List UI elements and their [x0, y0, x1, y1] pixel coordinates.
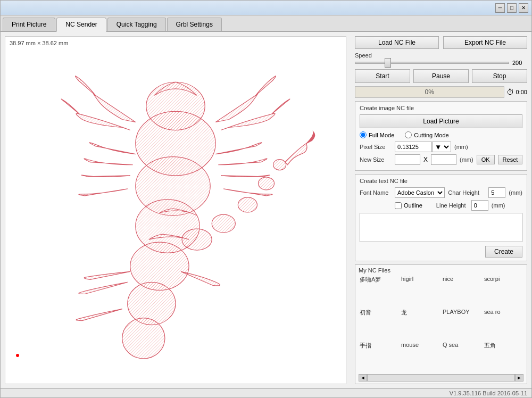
speed-slider[interactable] — [355, 62, 509, 64]
list-item[interactable]: PLAYBOY — [442, 308, 482, 340]
new-size-unit: (mm) — [460, 156, 473, 163]
pixel-size-input[interactable] — [395, 142, 432, 152]
load-picture-button[interactable]: Load Picture — [360, 114, 522, 128]
title-bar-controls: ─ □ ✕ — [495, 3, 528, 13]
main-content: 38.97 mm × 38.62 mm — [1, 32, 531, 388]
new-size-label: New Size — [360, 156, 392, 163]
progress-text: 0% — [425, 88, 434, 96]
control-buttons-row: Start Pause Stop — [355, 69, 527, 83]
svg-point-6 — [212, 214, 235, 233]
outline-row: Outline Line Height (mm) — [360, 200, 522, 211]
canvas-area: 38.97 mm × 38.62 mm — [5, 36, 346, 384]
stop-button[interactable]: Stop — [472, 69, 527, 83]
outline-checkbox[interactable] — [395, 202, 402, 209]
timer-icon: ⏱ — [506, 88, 514, 96]
list-item[interactable]: 龙 — [400, 308, 440, 340]
list-item[interactable]: 手指 — [359, 341, 399, 373]
position-indicator — [16, 354, 19, 357]
font-name-select[interactable]: Adobe Caslon — [395, 187, 445, 198]
new-size-row: New Size X (mm) OK Reset — [360, 154, 522, 165]
font-name-label: Font Name — [360, 189, 392, 196]
mode-radio-row: Full Mode Cutting Mode — [360, 131, 522, 138]
outline-label[interactable]: Outline — [395, 202, 422, 209]
char-height-label: Char Height — [448, 189, 485, 196]
create-image-nc-section: Create image NC file Load Picture Full M… — [355, 101, 527, 171]
tab-nc-sender[interactable]: NC Sender — [56, 18, 106, 32]
version-text: V1.9.35.116 Build 2016-05-11 — [450, 390, 527, 396]
cutting-mode-text: Cutting Mode — [414, 132, 448, 138]
tab-bar: Print Picture NC Sender Quick Tagging Gr… — [1, 15, 531, 32]
cutting-mode-radio[interactable] — [405, 131, 412, 138]
pixel-size-dropdown[interactable]: ▼ — [432, 142, 451, 152]
nc-files-title: My NC Files — [359, 267, 523, 273]
load-nc-file-button[interactable]: Load NC File — [355, 36, 439, 49]
start-button[interactable]: Start — [355, 69, 410, 83]
svg-point-10 — [130, 242, 189, 290]
svg-point-11 — [128, 282, 176, 325]
list-item[interactable]: scorpi — [483, 275, 523, 307]
nc-files-grid: 多啪A梦 higirl nice scorpi 初音 龙 PLAYBOY sea… — [359, 275, 523, 373]
text-nc-textarea[interactable] — [360, 213, 522, 242]
status-bar: V1.9.35.116 Build 2016-05-11 — [1, 388, 531, 397]
full-mode-radio[interactable] — [360, 131, 367, 138]
tab-print-picture[interactable]: Print Picture — [3, 18, 55, 31]
progress-row: 0% ⏱ 0:00 — [355, 86, 527, 98]
scrollbar-row: ◄ ► — [359, 374, 523, 382]
close-button[interactable]: ✕ — [519, 3, 528, 13]
speed-row: 200 — [355, 60, 527, 66]
scrollbar-track[interactable] — [367, 374, 515, 382]
create-image-nc-title: Create image NC file — [360, 105, 522, 111]
svg-point-5 — [182, 229, 212, 250]
pixel-size-row: Pixel Size ▼ (mm) — [360, 142, 522, 152]
create-text-nc-title: Create text NC file — [360, 178, 522, 184]
speed-section: Speed 200 — [355, 52, 527, 66]
ok-button[interactable]: OK — [477, 155, 495, 164]
scorpion-image — [5, 37, 346, 384]
canvas-dimensions: 38.97 mm × 38.62 mm — [10, 40, 68, 46]
pause-button[interactable]: Pause — [413, 69, 469, 83]
char-height-unit: (mm) — [509, 189, 522, 196]
cutting-mode-label[interactable]: Cutting Mode — [405, 131, 448, 138]
full-mode-label[interactable]: Full Mode — [360, 131, 394, 138]
export-nc-file-button[interactable]: Export NC File — [443, 36, 527, 49]
svg-point-7 — [238, 197, 257, 212]
timer-text: 0:00 — [516, 89, 527, 95]
list-item[interactable]: 多啪A梦 — [359, 275, 399, 307]
create-button[interactable]: Create — [485, 246, 522, 258]
create-text-nc-section: Create text NC file Font Name Adobe Casl… — [355, 174, 527, 261]
list-item[interactable]: mouse — [400, 341, 440, 373]
list-item[interactable]: 初音 — [359, 308, 399, 340]
line-height-input[interactable] — [471, 200, 488, 211]
minimize-button[interactable]: ─ — [495, 3, 505, 13]
new-size-x-separator: X — [423, 156, 428, 163]
list-item[interactable]: sea ro — [483, 308, 523, 340]
char-height-input[interactable] — [488, 187, 505, 198]
pixel-size-unit: (mm) — [454, 144, 468, 150]
tab-grbl-settings[interactable]: Grbl Settings — [167, 18, 222, 31]
title-bar: ─ □ ✕ — [1, 1, 531, 15]
list-item[interactable]: higirl — [400, 275, 440, 307]
svg-point-9 — [273, 160, 286, 170]
speed-value: 200 — [512, 60, 527, 66]
reset-button[interactable]: Reset — [498, 155, 523, 164]
font-name-row: Font Name Adobe Caslon Char Height (mm) — [360, 187, 522, 198]
full-mode-text: Full Mode — [369, 132, 394, 138]
scroll-right-button[interactable]: ► — [515, 374, 523, 382]
tab-quick-tagging[interactable]: Quick Tagging — [107, 18, 166, 31]
maximize-button[interactable]: □ — [507, 3, 517, 13]
list-item[interactable]: 五角 — [483, 341, 523, 373]
scroll-left-button[interactable]: ◄ — [359, 374, 367, 382]
nc-files-section: My NC Files 多啪A梦 higirl nice scorpi 初音 龙… — [355, 264, 527, 384]
pixel-size-label: Pixel Size — [360, 144, 392, 150]
new-size-x-input[interactable] — [395, 154, 420, 165]
file-buttons-row: Load NC File Export NC File — [355, 36, 527, 49]
pixel-size-container: ▼ — [395, 142, 451, 152]
svg-point-12 — [122, 318, 165, 359]
main-window: ─ □ ✕ Print Picture NC Sender Quick Tagg… — [0, 0, 532, 398]
create-btn-row: Create — [360, 246, 522, 258]
outline-text: Outline — [404, 202, 422, 209]
new-size-y-input[interactable] — [431, 154, 456, 165]
svg-point-8 — [258, 177, 274, 190]
list-item[interactable]: nice — [442, 275, 482, 307]
list-item[interactable]: Q sea — [442, 341, 482, 373]
